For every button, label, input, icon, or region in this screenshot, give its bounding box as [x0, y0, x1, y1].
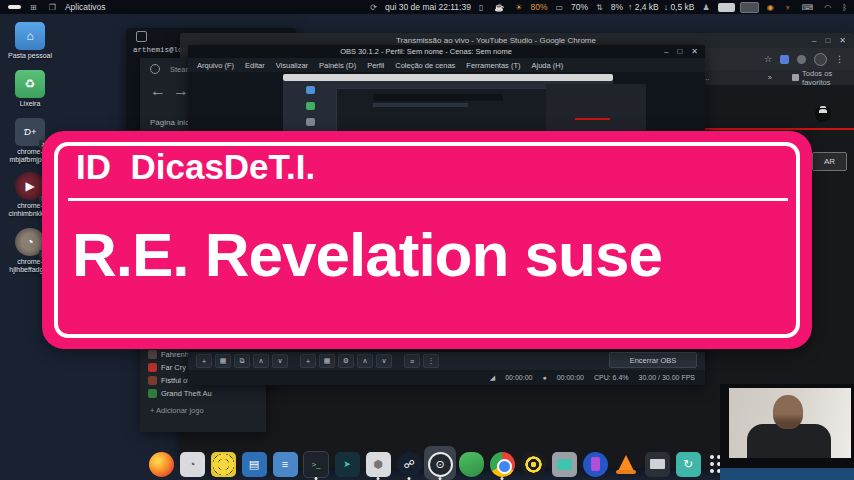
dock-documents[interactable]: ▤ — [241, 449, 267, 479]
mini-icon — [306, 118, 315, 126]
distro-menu-icon[interactable] — [8, 5, 21, 9]
caffeine-icon[interactable]: ☕ — [494, 3, 504, 12]
mini-folder-icon — [306, 86, 315, 94]
desktop-icon-home[interactable]: ⌂ Pasta pessoal — [2, 22, 58, 60]
applications-menu[interactable]: Aplicativos — [65, 2, 106, 12]
person-body — [747, 424, 831, 458]
source-properties-button[interactable]: ⚙ — [338, 354, 354, 368]
steam-forward-icon[interactable]: → — [173, 82, 189, 100]
scene-up-button[interactable]: ∧ — [253, 354, 269, 368]
clipboard-clock-icon: ◔ — [180, 452, 205, 477]
dock-firefox[interactable] — [148, 449, 174, 479]
steam-game-row[interactable]: Grand Theft Au — [148, 389, 212, 398]
chrome-menu-icon[interactable]: ⋮ — [835, 54, 844, 64]
duplicate-scene-button[interactable]: ⧉ — [234, 354, 250, 368]
cpu-value[interactable]: 8% — [611, 2, 623, 12]
clipboard-icon[interactable]: ▯ — [479, 3, 483, 12]
keyboard-tray-icon[interactable]: ⌨ — [802, 3, 814, 12]
obs-menu-docks[interactable]: Painéis (D) — [319, 61, 356, 70]
obs-menu-edit[interactable]: Editar — [245, 61, 265, 70]
game-icon — [148, 389, 157, 398]
top-bar: ⊞ ❐ Aplicativos ⟳ qui 30 de mai 22:11:39… — [0, 0, 854, 14]
window-list-icon[interactable]: ❐ — [49, 3, 56, 12]
wifi-icon[interactable]: ◠ — [824, 3, 831, 12]
dock-laptop[interactable] — [644, 449, 670, 479]
document-icon: ▤ — [242, 452, 267, 477]
game-icon — [148, 350, 157, 359]
all-bookmarks-folder[interactable]: Todos os favoritos — [802, 69, 846, 87]
obs-minimize-button[interactable]: – — [664, 47, 668, 56]
obs-menu-help[interactable]: Ajuda (H) — [532, 61, 564, 70]
obs-menu-profile[interactable]: Perfil — [367, 61, 384, 70]
studio-partial-button[interactable]: AR — [812, 152, 847, 171]
memory-value[interactable]: 70% — [571, 2, 588, 12]
game-name: Grand Theft Au — [161, 389, 212, 398]
extensions-tray-icon[interactable]: ♟ — [703, 3, 710, 12]
cpu-usage: CPU: 6.4% — [594, 374, 629, 381]
steam-add-game-button[interactable]: + Adicionar jogo — [150, 406, 204, 415]
bookmark-star-icon[interactable]: ☆ — [764, 54, 772, 64]
dock-terminal[interactable]: >_ — [303, 449, 329, 479]
recording-tray-icon[interactable]: ◉ — [767, 3, 774, 12]
dock-software[interactable]: ⬢ — [365, 449, 391, 479]
dock-steam[interactable]: ☍ — [396, 449, 422, 479]
obs-menu-scene-collection[interactable]: Coleção de cenas — [395, 61, 455, 70]
dock-obs[interactable]: ⊙ — [427, 449, 453, 479]
workspace-grid-icon[interactable]: ⊞ — [30, 3, 37, 12]
rec-dot-icon: ● — [542, 374, 546, 381]
mixer-options-button[interactable]: ≡ — [404, 354, 420, 368]
bluetooth-icon[interactable]: ᛒ — [842, 3, 847, 12]
profile-avatar[interactable] — [814, 53, 827, 66]
net-up-value[interactable]: ↑ 2,4 kB — [628, 2, 659, 12]
obs-menubar: Arquivo (F) Editar Visualizar Painéis (D… — [188, 58, 705, 72]
dock-microphone[interactable] — [458, 449, 484, 479]
steam-back-icon[interactable]: ← — [150, 82, 166, 100]
dock-console[interactable]: ➤ — [334, 449, 360, 479]
obs-menu-file[interactable]: Arquivo (F) — [197, 61, 234, 70]
desktop-icon-trash[interactable]: ♻ Lixeira — [2, 70, 58, 108]
obs-menu-view[interactable]: Visualizar — [276, 61, 308, 70]
clock[interactable]: qui 30 de mai 22:11:39 — [385, 2, 471, 12]
extension-2-icon[interactable] — [797, 55, 806, 64]
net-down-value[interactable]: ↓ 0,5 kB — [664, 2, 695, 12]
source-down-button[interactable]: ∨ — [376, 354, 392, 368]
chrome-minimize-button[interactable]: – — [812, 36, 816, 45]
dock-notes[interactable]: ≡ — [272, 449, 298, 479]
dock-updater[interactable]: ↻ — [675, 449, 701, 479]
channel-avatar[interactable] — [815, 106, 831, 122]
extension-icon[interactable] — [780, 55, 789, 64]
bookmarks-overflow-icon[interactable]: » — [768, 73, 772, 82]
obs-statusbar: ◢ 00:00:00 ● 00:00:00 CPU: 6.4% 30.00 / … — [188, 370, 705, 385]
laptop-icon — [645, 452, 670, 477]
mini-obs-menubar — [373, 103, 468, 107]
obs-maximize-button[interactable]: □ — [677, 47, 682, 56]
source-up-button[interactable]: ∧ — [357, 354, 373, 368]
more-options-button[interactable]: ⋮ — [423, 354, 439, 368]
banner-title: R.E. Revelation suse — [72, 219, 662, 290]
obs-close-button[interactable]: ✕ — [691, 47, 698, 56]
dock-chrome[interactable] — [489, 449, 515, 479]
scene-down-button[interactable]: ∨ — [272, 354, 288, 368]
mini-browser-bar — [283, 74, 613, 81]
chrome-maximize-button[interactable]: □ — [825, 36, 830, 45]
obs-menu-tools[interactable]: Ferramentas (T) — [466, 61, 520, 70]
dock-vlc[interactable] — [613, 449, 639, 479]
keyboard-layout-indicator[interactable] — [718, 3, 735, 12]
history-icon[interactable]: ⟳ — [370, 3, 377, 12]
dock-agenda[interactable]: ◔ — [179, 449, 205, 479]
mic-tray-icon[interactable]: ♆ — [785, 3, 791, 12]
screen-share-indicator[interactable] — [740, 2, 759, 13]
dock-speaker[interactable] — [210, 449, 236, 479]
dock-recorder[interactable] — [520, 449, 546, 479]
add-source-button[interactable]: + — [300, 354, 316, 368]
volume-icon: ◢ — [490, 374, 495, 382]
dock-boxes[interactable] — [551, 449, 577, 479]
chrome-close-button[interactable]: ✕ — [839, 36, 846, 45]
dock-phone[interactable] — [582, 449, 608, 479]
webcam-overlay — [720, 384, 854, 468]
brightness-value[interactable]: 80% — [530, 2, 547, 12]
end-obs-button[interactable]: Encerrar OBS — [609, 352, 697, 368]
remove-scene-button[interactable]: ▦ — [215, 354, 231, 368]
add-scene-button[interactable]: + — [196, 354, 212, 368]
remove-source-button[interactable]: ▦ — [319, 354, 335, 368]
